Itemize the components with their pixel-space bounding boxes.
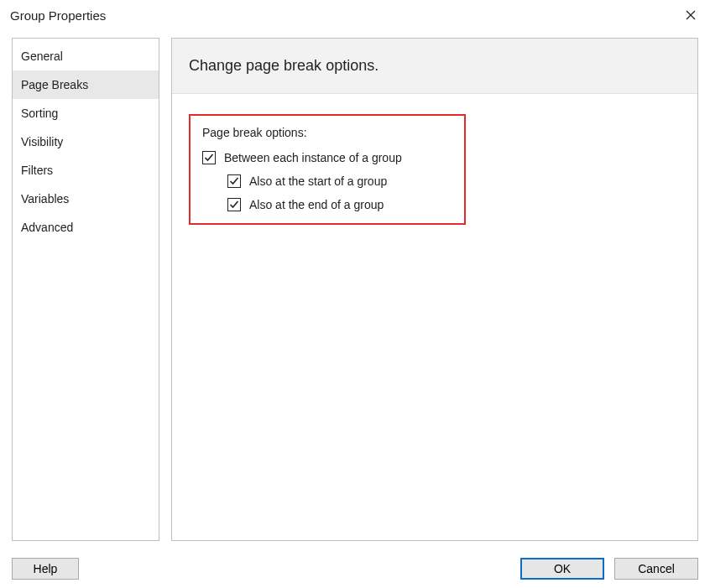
sidebar-item-label: Sorting [21, 107, 58, 120]
close-button[interactable] [671, 0, 710, 30]
sidebar-item-label: Advanced [21, 221, 73, 234]
checkbox-label: Also at the start of a group [249, 174, 387, 188]
options-highlight-box: Page break options: Between each instanc… [189, 114, 466, 225]
panel-heading: Change page break options. [172, 39, 697, 94]
checkbox-end-of-group[interactable]: Also at the end of a group [227, 198, 449, 211]
sidebar-item-sorting[interactable]: Sorting [13, 99, 159, 127]
help-button[interactable]: Help [12, 558, 79, 580]
button-row: Help OK Cancel [12, 558, 698, 580]
dialog-body: General Page Breaks Sorting Visibility F… [12, 38, 698, 541]
sidebar-item-visibility[interactable]: Visibility [13, 127, 159, 156]
cancel-button[interactable]: Cancel [614, 558, 698, 580]
sidebar-item-filters[interactable]: Filters [13, 156, 159, 185]
sidebar: General Page Breaks Sorting Visibility F… [12, 38, 159, 541]
section-label: Page break options: [202, 126, 449, 139]
sidebar-item-label: Page Breaks [21, 78, 88, 91]
checkbox-between-instances[interactable]: Between each instance of a group [202, 151, 449, 164]
checkbox-icon [227, 174, 241, 188]
sidebar-item-general[interactable]: General [13, 42, 159, 70]
sidebar-item-label: Visibility [21, 135, 63, 148]
titlebar: Group Properties [0, 0, 710, 30]
ok-button[interactable]: OK [520, 558, 604, 580]
panel-content: Page break options: Between each instanc… [172, 94, 697, 245]
checkbox-label: Also at the end of a group [249, 198, 384, 211]
sidebar-item-label: Variables [21, 192, 69, 206]
sidebar-item-variables[interactable]: Variables [13, 185, 159, 213]
checkbox-icon [202, 151, 216, 164]
checkbox-label: Between each instance of a group [224, 151, 402, 164]
sidebar-item-label: Filters [21, 164, 53, 177]
window-title: Group Properties [10, 8, 106, 23]
checkbox-icon [227, 198, 241, 211]
close-icon [686, 10, 696, 20]
checkbox-start-of-group[interactable]: Also at the start of a group [227, 174, 449, 188]
sidebar-item-page-breaks[interactable]: Page Breaks [13, 70, 159, 99]
main-panel: Change page break options. Page break op… [171, 38, 698, 541]
sidebar-item-advanced[interactable]: Advanced [13, 213, 159, 242]
sidebar-item-label: General [21, 49, 63, 63]
